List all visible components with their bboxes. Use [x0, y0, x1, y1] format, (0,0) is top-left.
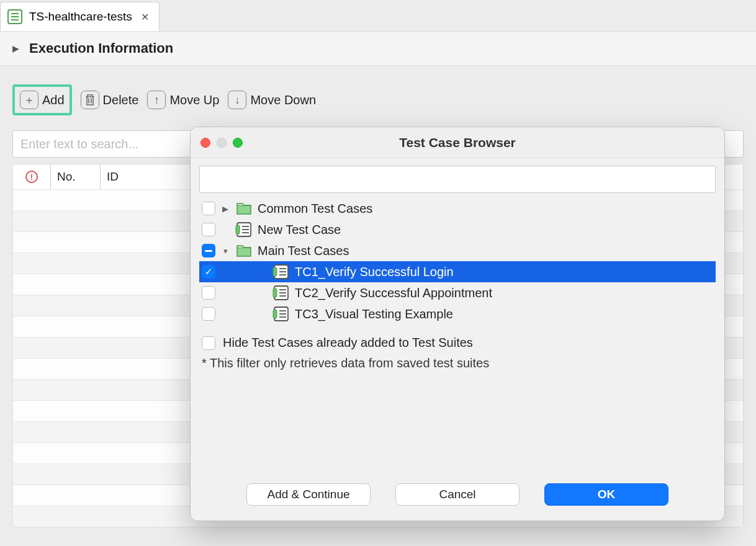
test-case-icon [272, 305, 290, 323]
dialog-title: Test Case Browser [399, 135, 516, 150]
delete-button[interactable]: Delete [81, 91, 139, 109]
tab-bar: TS-healthcare-tests ✕ [0, 0, 756, 31]
move-down-label: Move Down [250, 93, 316, 107]
tree-label: TC1_Verify Successful Login [295, 265, 454, 279]
tree-label: TC2_Verify Successful Appointment [295, 286, 492, 300]
close-tab-icon[interactable]: ✕ [141, 11, 149, 23]
tree-label: TC3_Visual Testing Example [295, 307, 453, 321]
test-case-browser-dialog: Test Case Browser ▶ Common Test Cases Ne… [190, 127, 725, 521]
window-controls [200, 138, 243, 148]
arrow-down-icon: ↓ [228, 91, 246, 109]
add-continue-button[interactable]: Add & Continue [246, 483, 371, 506]
tree-item-new-test-case[interactable]: New Test Case [199, 219, 716, 240]
ok-button[interactable]: OK [544, 483, 668, 506]
tree-label: New Test Case [258, 223, 341, 237]
filter-note: * This filter only retrieves data from s… [202, 356, 713, 370]
hide-label: Hide Test Cases already added to Test Su… [223, 336, 473, 350]
chevron-right-icon[interactable]: ▶ [220, 204, 230, 213]
test-suite-icon [7, 9, 23, 25]
alert-icon: ! [25, 171, 38, 183]
test-case-icon [272, 284, 290, 302]
toolbar: ＋ Add Delete ↑ Move Up ↓ Move Down [12, 84, 744, 115]
checkbox[interactable] [202, 286, 215, 300]
tree-folder-main[interactable]: ▾ Main Test Cases [199, 240, 716, 261]
close-window-icon[interactable] [200, 138, 210, 148]
col-alert: ! [13, 164, 50, 189]
move-up-button[interactable]: ↑ Move Up [147, 91, 219, 109]
filter-area: Hide Test Cases already added to Test Su… [199, 324, 716, 370]
titlebar: Test Case Browser [191, 127, 724, 158]
zoom-window-icon[interactable] [233, 138, 243, 148]
minimize-window-icon[interactable] [217, 138, 227, 148]
folder-icon [235, 200, 253, 217]
dialog-search-input[interactable] [199, 166, 716, 193]
chevron-down-icon[interactable]: ▾ [220, 246, 230, 256]
move-up-label: Move Up [169, 93, 219, 107]
hide-already-added-row: Hide Test Cases already added to Test Su… [202, 336, 713, 350]
tree-item-tc2[interactable]: TC2_Verify Successful Appointment [199, 282, 716, 303]
col-no[interactable]: No. [50, 164, 100, 189]
tree-folder-common[interactable]: ▶ Common Test Cases [199, 198, 716, 219]
tree-item-tc3[interactable]: TC3_Visual Testing Example [199, 303, 716, 324]
tab-active[interactable]: TS-healthcare-tests ✕ [0, 2, 160, 31]
plus-icon: ＋ [20, 91, 38, 109]
dialog-buttons: Add & Continue Cancel OK [199, 471, 716, 521]
arrow-up-icon: ↑ [147, 91, 166, 109]
dialog-body: ▶ Common Test Cases New Test Case ▾ Main… [191, 158, 724, 521]
section-title: Execution Information [29, 40, 173, 56]
add-label: Add [42, 93, 65, 107]
test-case-icon [235, 221, 253, 238]
disclosure-arrow-icon: ▶ [12, 43, 19, 53]
tab-title: TS-healthcare-tests [29, 10, 132, 24]
delete-label: Delete [103, 93, 139, 107]
checkbox[interactable] [202, 223, 215, 236]
test-case-icon [272, 263, 290, 280]
checkbox-indeterminate[interactable] [202, 244, 215, 257]
checkbox[interactable] [202, 307, 215, 321]
add-button[interactable]: ＋ Add [12, 84, 72, 115]
trash-icon [81, 91, 99, 109]
folder-icon [235, 243, 253, 259]
tree-label: Main Test Cases [258, 244, 349, 258]
tree-label: Common Test Cases [258, 202, 372, 216]
checkbox[interactable] [202, 202, 215, 215]
hide-checkbox[interactable] [202, 336, 215, 350]
move-down-button[interactable]: ↓ Move Down [228, 91, 316, 109]
test-case-tree: ▶ Common Test Cases New Test Case ▾ Main… [199, 198, 716, 324]
section-header[interactable]: ▶ Execution Information [0, 31, 756, 66]
tree-item-tc1[interactable]: ✓ TC1_Verify Successful Login [199, 261, 716, 282]
cancel-button[interactable]: Cancel [395, 483, 520, 506]
checkbox-checked[interactable]: ✓ [202, 265, 215, 279]
